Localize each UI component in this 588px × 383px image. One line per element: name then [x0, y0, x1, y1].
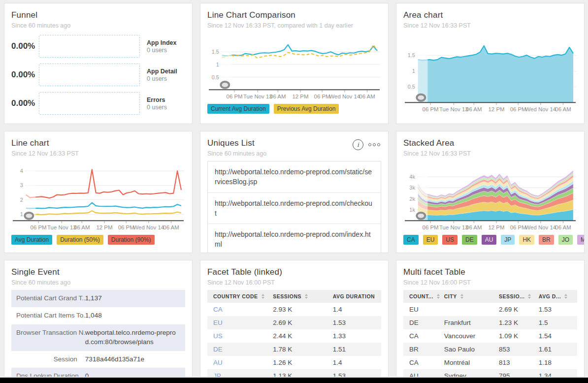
legend-chip[interactable]: Avg Duration [11, 235, 52, 245]
legend-chip[interactable]: Current Avg Duration [207, 104, 269, 114]
table-cell: 795 [497, 369, 537, 377]
table-cell[interactable]: EU [211, 316, 271, 329]
table-row: EU2.69 K1.53 [207, 316, 381, 329]
svg-text:4: 4 [20, 168, 23, 174]
table-header-cell[interactable]: SESSIONS [271, 290, 330, 303]
table-cell: DE [407, 316, 442, 329]
widget-line-chart: Line chart Since 12 Nov 16:33 PST 123406… [4, 131, 193, 253]
table-header-cell[interactable]: COUNT... [407, 290, 442, 303]
chart-legend: Avg DurationDuration (50%)Duration (90%) [11, 235, 185, 245]
stacked-area-chart[interactable]: 1k2k3k4k06 PMTue Nov 1306 AM12 PM06 PMWe… [403, 161, 577, 232]
table-cell: 2.44 K [271, 329, 330, 343]
svg-text:06 AM: 06 AM [466, 106, 482, 112]
table-row: DE1.78 K1.51 [207, 343, 381, 356]
svg-text:06 AM: 06 AM [270, 94, 286, 99]
table-cell: BR [407, 343, 442, 356]
multi-facet-table: COUNT...CITYSESSIO...AVG D...EU2.69 K1.5… [403, 290, 577, 377]
info-icon[interactable]: i [353, 139, 363, 150]
widget-facet-table: Facet Table (linked) Since 12 Nov 16:00 … [200, 260, 389, 377]
table-header-cell[interactable]: CITY [442, 290, 497, 303]
event-row: Dns Lookup Duration0 [11, 368, 185, 377]
line-chart[interactable]: 123406 PMTue Nov 1306 AM12 PM06 PMWed No… [11, 161, 185, 232]
svg-text:06 AM: 06 AM [555, 106, 571, 112]
svg-text:06 PM: 06 PM [510, 224, 526, 230]
table-row: AUSydney7951.34 [403, 369, 577, 377]
event-label: Potential Cart Items To... [16, 311, 85, 320]
legend-chip[interactable]: CA [403, 235, 419, 245]
legend-chip[interactable]: EU [423, 235, 438, 245]
table-cell: 1.51 [331, 343, 377, 356]
funnel-step: 0.00% App Index 0 users [11, 35, 185, 58]
comparison-line-chart[interactable]: 0.511.506 PMTue Nov 1306 AM12 PM06 PMWed… [207, 33, 381, 101]
svg-text:Wed Nov 14: Wed Nov 14 [525, 224, 556, 230]
sort-icon[interactable] [460, 294, 463, 299]
funnel-percent: 0.00% [11, 70, 39, 80]
legend-chip[interactable]: JO [558, 235, 573, 245]
funnel-step-users: 0 users [147, 75, 185, 82]
sort-icon[interactable] [437, 294, 440, 299]
svg-text:4k: 4k [409, 174, 415, 180]
widget-subtitle: Since 60 minutes ago [207, 150, 266, 157]
svg-text:1.5: 1.5 [408, 52, 415, 58]
table-header-cell[interactable]: AVG D... [537, 290, 573, 303]
legend-chip[interactable]: BR [539, 235, 554, 245]
table-cell[interactable]: JP [211, 369, 271, 377]
sort-icon[interactable] [261, 294, 264, 299]
svg-text:Tue Nov 13: Tue Nov 13 [439, 106, 468, 112]
svg-text:2k: 2k [409, 196, 415, 202]
funnel-step-name: Errors [147, 96, 185, 103]
legend-chip[interactable]: Duration (90%) [108, 235, 155, 245]
legend-chip[interactable]: Duration (50%) [57, 235, 103, 245]
ellipsis-menu-icon[interactable] [368, 143, 380, 146]
table-cell: 1.53 [331, 369, 377, 377]
funnel-step-box[interactable] [39, 92, 140, 115]
sort-icon[interactable] [528, 294, 531, 299]
table-cell[interactable]: CA [211, 303, 271, 316]
funnel-step: 0.00% App Detail 0 users [11, 64, 185, 86]
table-header-cell[interactable]: COUNTRY CODE [211, 290, 271, 303]
table-cell: 1.13 K [271, 369, 330, 377]
funnel-step-box[interactable] [39, 64, 140, 86]
legend-chip[interactable]: HK [519, 235, 534, 245]
legend-chip[interactable]: US [442, 235, 457, 245]
widget-title: Funnel [11, 10, 70, 20]
table-header-cell[interactable]: SESSIO... [497, 290, 537, 303]
table-row: US2.44 K1.33 [207, 329, 381, 343]
svg-text:12 PM: 12 PM [293, 94, 309, 99]
table-cell[interactable]: DE [211, 343, 271, 356]
area-chart[interactable]: 0.511.506 PMTue Nov 1306 AM12 PM06 PMWed… [403, 33, 577, 114]
table-cell[interactable]: US [211, 329, 271, 343]
widget-subtitle: Since 12 Nov 16:33 PST [403, 150, 471, 157]
table-cell[interactable]: AU [211, 356, 271, 369]
svg-text:Wed Nov 14: Wed Nov 14 [133, 224, 164, 230]
event-label: Dns Lookup Duration [16, 372, 85, 377]
svg-text:2: 2 [20, 197, 23, 203]
event-label: Browser Transaction N... [16, 328, 85, 347]
widget-title: Area chart [403, 10, 471, 20]
table-cell: AU [407, 369, 442, 377]
legend-chip[interactable]: JP [501, 235, 515, 245]
funnel-step-box[interactable] [39, 35, 140, 58]
dashboard: Funnel Since 60 minutes ago 0.00% App In… [0, 0, 588, 383]
table-cell: 1.53 [537, 303, 573, 316]
table-cell: Montréal [442, 356, 497, 369]
widget-multi-facet-table: Multi facet Table Since 12 Nov 16:00 PST… [396, 260, 585, 377]
sort-icon[interactable] [564, 294, 567, 299]
table-header-cell[interactable]: AVG DURATION [331, 290, 377, 303]
legend-chip[interactable]: MA [577, 235, 585, 245]
svg-text:1.5: 1.5 [212, 49, 219, 55]
svg-text:0.5: 0.5 [408, 84, 415, 90]
history-ring-icon [221, 82, 229, 88]
svg-text:1: 1 [20, 211, 23, 217]
table-cell: 1.5 [537, 316, 573, 329]
table-row: CA2.93 K1.4 [207, 303, 381, 316]
svg-text:06 AM: 06 AM [74, 224, 90, 230]
legend-chip[interactable]: Previous Avg Duration [274, 104, 339, 114]
legend-chip[interactable]: AU [482, 235, 497, 245]
table-row: CAVancouver1.09 K1.54 [403, 329, 577, 343]
svg-text:06 PM: 06 PM [227, 94, 243, 99]
widget-subtitle: Since 12 Nov 16:33 PST [11, 150, 79, 157]
sort-icon[interactable] [305, 294, 308, 299]
legend-chip[interactable]: DE [462, 235, 477, 245]
chart-legend: CAEUUSDEAUJPHKBRJOMA [403, 235, 577, 245]
